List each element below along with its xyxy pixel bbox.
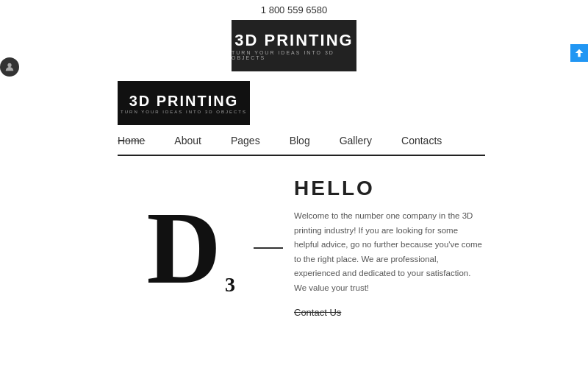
big-letter-wrapper: D 3	[118, 177, 250, 319]
main-content: D 3 HELLO Welcome to the number one comp…	[118, 177, 485, 319]
logo-sub-title: TURN YOUR IDEAS INTO 3D OBJECTS	[121, 110, 247, 114]
phone-number: 1 800 559 6580	[261, 4, 327, 15]
nav-item-home[interactable]: Home	[118, 135, 145, 146]
small-number: 3	[225, 273, 235, 297]
hero-banner: 3D PRINTING TURN YOUR IDEAS INTO 3D OBJE…	[232, 20, 356, 71]
left-avatar[interactable]	[0, 57, 19, 77]
widget-icon	[574, 48, 584, 58]
contact-link[interactable]: Contact Us	[294, 307, 341, 318]
text-content: HELLO Welcome to the number one company …	[287, 177, 485, 319]
nav-item-contacts[interactable]: Contacts	[401, 135, 442, 146]
phone-bar: 1 800 559 6580	[0, 0, 588, 20]
svg-point-0	[7, 63, 11, 67]
nav-item-gallery[interactable]: Gallery	[340, 135, 372, 146]
main-nav: Home About Pages Blog Gallery Contacts	[118, 129, 485, 152]
nav-item-pages[interactable]: Pages	[231, 135, 260, 146]
hero-main-title: 3D PRINTING	[234, 31, 353, 50]
big-letter: D	[146, 197, 220, 300]
right-widget[interactable]	[570, 44, 588, 62]
avatar-icon	[4, 62, 15, 72]
nav-item-about[interactable]: About	[174, 135, 201, 146]
hello-title: HELLO	[294, 177, 485, 200]
nav-divider	[118, 155, 485, 156]
hero-sub-title: TURN YOUR IDEAS INTO 3D OBJECTS	[232, 50, 356, 60]
hello-description: Welcome to the number one company in the…	[294, 209, 485, 295]
dash-separator	[250, 177, 287, 319]
logo-block: 3D PRINTING TURN YOUR IDEAS INTO 3D OBJE…	[118, 81, 250, 125]
logo-main-title: 3D PRINTING	[129, 93, 239, 110]
nav-item-blog[interactable]: Blog	[290, 135, 310, 146]
